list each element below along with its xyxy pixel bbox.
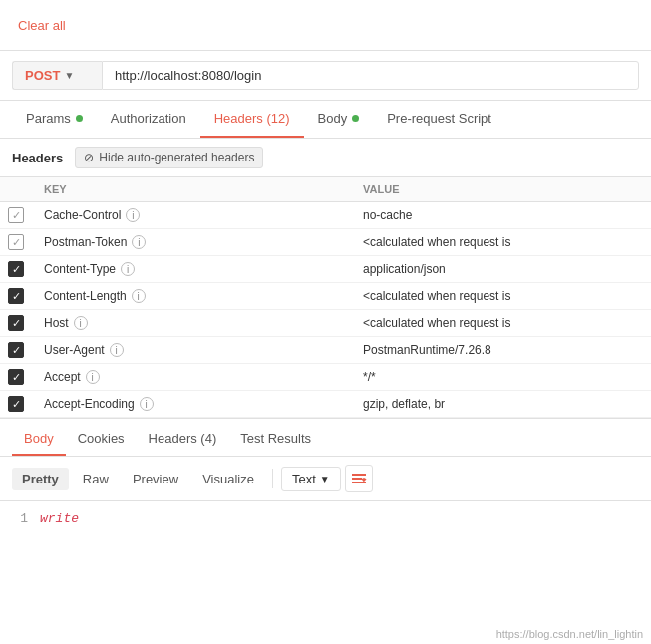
info-icon[interactable]: i [132,289,146,303]
table-row: Cache-Controlino-cache [0,202,651,229]
tab-pre-request-label: Pre-request Script [387,111,491,126]
header-key: Content-Type [44,262,116,276]
header-key: Accept-Encoding [44,397,135,411]
wrap-button[interactable] [345,465,373,492]
info-icon[interactable]: i [126,208,140,222]
table-row: User-AgentiPostmanRuntime/7.26.8 [0,337,651,364]
header-checkbox[interactable] [8,261,24,277]
col-header-key: KEY [36,177,355,202]
format-divider [272,469,273,488]
header-value: <calculated when request is [355,229,651,256]
headers-table: KEY VALUE Cache-Controlino-cachePostman-… [0,177,651,418]
format-visualize-button[interactable]: Visualize [192,468,264,490]
top-bar: Clear all [0,0,651,51]
hide-auto-generated-button[interactable]: ⊘ Hide auto-generated headers [75,147,263,168]
headers-table-container: KEY VALUE Cache-Controlino-cachePostman-… [0,177,651,419]
tab-pre-request[interactable]: Pre-request Script [373,101,505,138]
header-checkbox[interactable] [8,396,24,412]
header-checkbox[interactable] [8,288,24,304]
table-row: Postman-Tokeni<calculated when request i… [0,229,651,256]
format-preview-button[interactable]: Preview [123,468,188,490]
text-type-selector[interactable]: Text ▼ [281,467,341,491]
hide-auto-label: Hide auto-generated headers [99,151,254,164]
resp-tab-headers4[interactable]: Headers (4) [137,423,229,456]
header-checkbox[interactable] [8,234,24,250]
method-selector[interactable]: POST ▼ [12,61,102,90]
line-number: 1 [12,511,28,526]
info-icon[interactable]: i [132,235,146,249]
resp-tab-test-results[interactable]: Test Results [228,423,323,456]
params-dot [76,115,83,122]
resp-tab-headers4-label: Headers (4) [149,431,217,446]
header-checkbox[interactable] [8,207,24,223]
col-header-check [0,177,36,202]
info-icon[interactable]: i [86,370,100,384]
headers-subrow: Headers ⊘ Hide auto-generated headers [0,139,651,177]
header-value: no-cache [355,202,651,229]
col-header-value: VALUE [355,177,651,202]
body-dot [352,115,359,122]
response-tabs: Body Cookies Headers (4) Test Results [0,419,651,457]
header-value: <calculated when request is [355,283,651,310]
url-bar: POST ▼ [0,51,651,101]
info-icon[interactable]: i [140,397,154,411]
table-row: Hosti<calculated when request is [0,310,651,337]
chevron-down-icon: ▼ [64,70,74,81]
tab-body[interactable]: Body [304,101,374,138]
tab-params-label: Params [26,111,71,126]
code-area: 1 write [0,501,651,536]
svg-rect-2 [352,482,366,483]
header-value: PostmanRuntime/7.26.8 [355,337,651,364]
resp-tab-cookies-label: Cookies [78,431,125,446]
table-row: Content-Lengthi<calculated when request … [0,283,651,310]
header-key: User-Agent [44,343,105,357]
resp-tab-test-results-label: Test Results [240,431,311,446]
tab-authorization[interactable]: Authorization [97,101,200,138]
info-icon[interactable]: i [121,262,135,276]
info-icon[interactable]: i [74,316,88,330]
header-value: application/json [355,256,651,283]
info-icon[interactable]: i [110,343,124,357]
header-value: */* [355,364,651,391]
clear-all-button[interactable]: Clear all [12,14,72,37]
resp-tab-body[interactable]: Body [12,423,66,456]
format-pretty-button[interactable]: Pretty [12,468,69,490]
url-input[interactable] [102,61,639,90]
header-value: gzip, deflate, br [355,391,651,418]
headers-label: Headers [12,151,63,165]
table-row: Content-Typeiapplication/json [0,256,651,283]
header-key: Postman-Token [44,235,127,249]
header-checkbox[interactable] [8,369,24,385]
tab-body-label: Body [318,111,348,126]
text-type-chevron-icon: ▼ [320,474,330,484]
request-tabs: Params Authorization Headers (12) Body P… [0,101,651,139]
svg-rect-1 [352,478,362,480]
tab-authorization-label: Authorization [111,111,186,126]
header-key: Cache-Control [44,208,121,222]
wrap-icon [351,471,367,486]
text-type-label: Text [292,472,316,486]
resp-tab-body-label: Body [24,431,54,446]
header-checkbox[interactable] [8,315,24,331]
eye-slash-icon: ⊘ [84,151,94,164]
table-row: Accept-Encodingigzip, deflate, br [0,391,651,418]
header-key: Content-Length [44,289,127,303]
table-row: Accepti*/* [0,364,651,391]
code-content: write [40,511,79,526]
header-key: Host [44,316,69,330]
tab-headers[interactable]: Headers (12) [200,101,304,138]
format-raw-button[interactable]: Raw [73,468,119,490]
tab-params[interactable]: Params [12,101,97,138]
watermark: https://blog.csdn.net/lin_lightin [496,628,643,640]
tab-headers-label: Headers (12) [214,111,290,126]
method-label: POST [25,68,60,83]
header-value: <calculated when request is [355,310,651,337]
format-bar: Pretty Raw Preview Visualize Text ▼ [0,457,651,501]
header-checkbox[interactable] [8,342,24,358]
svg-rect-0 [352,474,366,476]
resp-tab-cookies[interactable]: Cookies [66,423,137,456]
header-key: Accept [44,370,81,384]
